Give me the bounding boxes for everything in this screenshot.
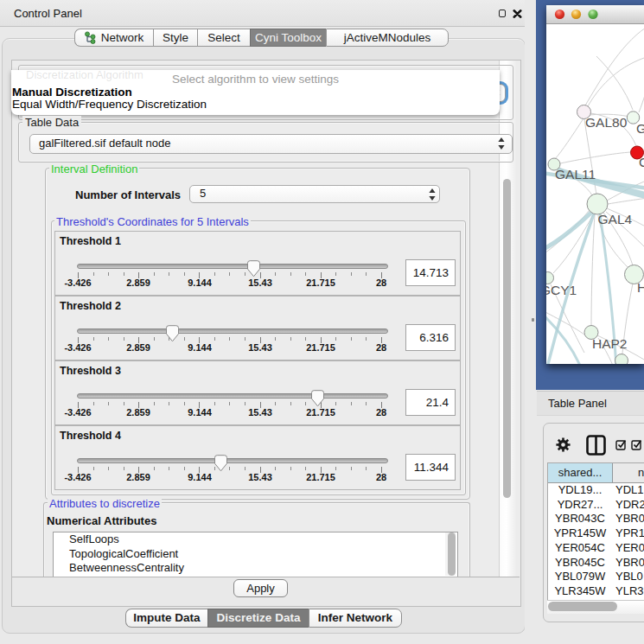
svg-text:GCY1: GCY1 [546,283,577,297]
svg-text:GAL80: GAL80 [585,115,628,130]
svg-text:G.: G. [636,121,644,136]
svg-text:C: C [639,155,644,169]
svg-text:GAL4: GAL4 [598,212,633,226]
svg-text:HAP2: HAP2 [592,336,628,351]
svg-text:GAL11: GAL11 [555,167,596,182]
svg-text:H: H [637,280,644,295]
